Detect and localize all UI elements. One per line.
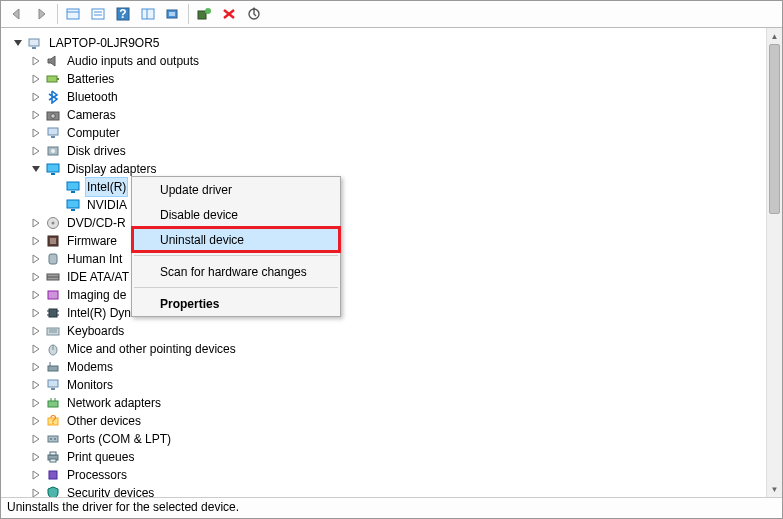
tree-row[interactable]: Disk drives: [5, 142, 764, 160]
twisty-collapsed-icon[interactable]: [29, 54, 43, 68]
tree-row[interactable]: Intel(R) Dynamic Platform and Thermal Fr…: [5, 304, 764, 322]
monitor-icon: [45, 377, 61, 393]
tree-row[interactable]: Network adapters: [5, 394, 764, 412]
tree-row[interactable]: Computer: [5, 124, 764, 142]
keyboard-icon: [45, 323, 61, 339]
properties-icon[interactable]: [136, 3, 160, 25]
svg-rect-30: [67, 200, 79, 208]
scroll-up-icon[interactable]: ▲: [767, 28, 782, 44]
scan-icon[interactable]: [242, 3, 266, 25]
tree-row[interactable]: Firmware: [5, 232, 764, 250]
twisty-collapsed-icon[interactable]: [29, 414, 43, 428]
update-driver-icon[interactable]: [161, 3, 185, 25]
imaging-icon: [45, 287, 61, 303]
svg-rect-36: [49, 254, 57, 264]
back-icon[interactable]: [5, 3, 29, 25]
svg-rect-52: [48, 380, 58, 387]
svg-point-61: [54, 438, 56, 440]
svg-rect-59: [48, 436, 58, 442]
twisty-collapsed-icon[interactable]: [29, 108, 43, 122]
find-icon[interactable]: [86, 3, 110, 25]
tree-item-label: Print queues: [65, 448, 136, 466]
tree-row[interactable]: Batteries: [5, 70, 764, 88]
svg-rect-27: [51, 173, 55, 175]
svg-rect-50: [48, 366, 58, 371]
printer-icon: [45, 449, 61, 465]
twisty-collapsed-icon[interactable]: [29, 252, 43, 266]
help-icon[interactable]: ?: [111, 3, 135, 25]
firmware-icon: [45, 233, 61, 249]
tree-row[interactable]: NVIDIA: [5, 196, 764, 214]
tree-item-label: Audio inputs and outputs: [65, 52, 201, 70]
tree-row[interactable]: Intel(R): [5, 178, 764, 196]
twisty-collapsed-icon[interactable]: [29, 378, 43, 392]
status-text: Uninstalls the driver for the selected d…: [7, 500, 239, 514]
svg-rect-53: [51, 388, 55, 390]
twisty-expanded-icon[interactable]: [11, 36, 25, 50]
tree-row[interactable]: Monitors: [5, 376, 764, 394]
tree-item-label: Monitors: [65, 376, 115, 394]
tree-row[interactable]: LAPTOP-0LJR9OR5: [5, 34, 764, 52]
tree-item-label: Intel(R): [85, 177, 128, 197]
show-hidden-icon[interactable]: [61, 3, 85, 25]
svg-rect-18: [47, 76, 57, 82]
twisty-collapsed-icon[interactable]: [29, 144, 43, 158]
menu-item[interactable]: Properties: [132, 291, 340, 316]
tree-row[interactable]: Display adapters: [5, 160, 764, 178]
menu-item[interactable]: Disable device: [132, 202, 340, 227]
tree-row[interactable]: Security devices: [5, 484, 764, 497]
menu-item[interactable]: Uninstall device: [132, 227, 340, 252]
tree-row[interactable]: Ports (COM & LPT): [5, 430, 764, 448]
twisty-collapsed-icon[interactable]: [29, 90, 43, 104]
svg-rect-54: [48, 401, 58, 407]
twisty-collapsed-icon[interactable]: [29, 360, 43, 374]
svg-rect-16: [29, 39, 39, 46]
forward-icon[interactable]: [30, 3, 54, 25]
svg-point-33: [52, 222, 55, 225]
tree-row[interactable]: Processors: [5, 466, 764, 484]
scroll-down-icon[interactable]: ▼: [767, 481, 782, 497]
svg-point-25: [51, 149, 55, 153]
twisty-collapsed-icon[interactable]: [29, 342, 43, 356]
svg-point-12: [205, 8, 211, 14]
scroll-thumb[interactable]: [769, 44, 780, 214]
twisty-collapsed-icon[interactable]: [29, 450, 43, 464]
tree-row[interactable]: Human Int: [5, 250, 764, 268]
twisty-collapsed-icon[interactable]: [29, 432, 43, 446]
twisty-collapsed-icon[interactable]: [29, 72, 43, 86]
tree-row[interactable]: Cameras: [5, 106, 764, 124]
twisty-collapsed-icon[interactable]: [29, 468, 43, 482]
svg-rect-28: [67, 182, 79, 190]
svg-rect-11: [198, 11, 206, 19]
svg-rect-22: [48, 128, 58, 135]
uninstall-icon[interactable]: [217, 3, 241, 25]
twisty-collapsed-icon[interactable]: [29, 324, 43, 338]
twisty-collapsed-icon[interactable]: [29, 486, 43, 497]
toolbar: ?: [1, 1, 782, 28]
menu-item[interactable]: Update driver: [132, 177, 340, 202]
tree-row[interactable]: Mice and other pointing devices: [5, 340, 764, 358]
tree-row[interactable]: Keyboards: [5, 322, 764, 340]
add-hardware-icon[interactable]: [192, 3, 216, 25]
device-tree[interactable]: LAPTOP-0LJR9OR5Audio inputs and outputsB…: [5, 34, 764, 497]
twisty-collapsed-icon[interactable]: [29, 126, 43, 140]
tree-row[interactable]: Imaging de: [5, 286, 764, 304]
tree-row[interactable]: Audio inputs and outputs: [5, 52, 764, 70]
security-icon: [45, 485, 61, 497]
tree-row[interactable]: Modems: [5, 358, 764, 376]
tree-row[interactable]: DVD/CD-R: [5, 214, 764, 232]
tree-row[interactable]: IDE ATA/AT: [5, 268, 764, 286]
tree-item-label: Processors: [65, 466, 129, 484]
tree-row[interactable]: ?Other devices: [5, 412, 764, 430]
twisty-collapsed-icon[interactable]: [29, 396, 43, 410]
twisty-collapsed-icon[interactable]: [29, 306, 43, 320]
twisty-expanded-icon[interactable]: [29, 162, 43, 176]
twisty-collapsed-icon[interactable]: [29, 270, 43, 284]
menu-item[interactable]: Scan for hardware changes: [132, 259, 340, 284]
twisty-collapsed-icon[interactable]: [29, 234, 43, 248]
scrollbar[interactable]: ▲ ▼: [766, 28, 782, 497]
tree-row[interactable]: Print queues: [5, 448, 764, 466]
twisty-collapsed-icon[interactable]: [29, 216, 43, 230]
twisty-collapsed-icon[interactable]: [29, 288, 43, 302]
tree-row[interactable]: Bluetooth: [5, 88, 764, 106]
